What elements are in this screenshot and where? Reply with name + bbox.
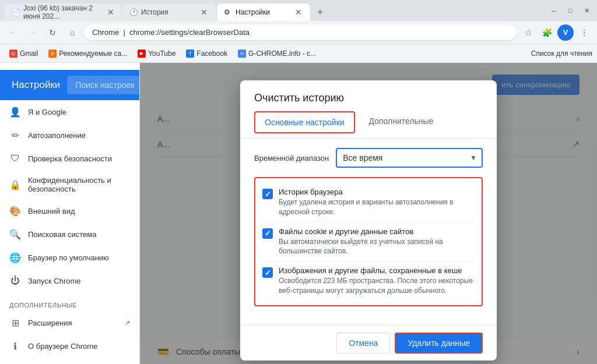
checkbox-history-input[interactable]: ✓ — [262, 189, 273, 199]
power-icon: ⏻ — [9, 275, 21, 287]
title-bar: 📄 Joxi (96 kb) закачан 2 июня 202... ✕ 🕐… — [0, 0, 597, 21]
extensions-sidebar-icon: ⊞ — [9, 317, 21, 328]
sidebar-label-search: Поисковая система — [28, 230, 97, 239]
tab-settings[interactable]: ⚙ Настройки ✕ — [217, 3, 310, 21]
minimize-button[interactable]: – — [548, 5, 560, 16]
menu-icon[interactable]: ⋮ — [576, 24, 592, 41]
section-extra: Дополнительные — [0, 292, 139, 311]
address-bar: ← → ↻ ⌂ ☆ 🧩 V ⋮ — [0, 21, 597, 44]
back-button[interactable]: ← — [5, 24, 21, 41]
checkbox-cache-title: Изображения и другие файлы, сохраненные … — [279, 266, 475, 275]
info-icon: ℹ — [9, 340, 21, 352]
clear-history-dialog: Очистить историю Основные настройки Допо… — [240, 80, 497, 361]
forward-button[interactable]: → — [24, 24, 41, 41]
bookmark-youtube-label: YouTube — [148, 50, 175, 58]
tabs-container: 📄 Joxi (96 kb) закачан 2 июня 202... ✕ 🕐… — [5, 0, 541, 21]
checkbox-history: ✓ История браузера Будет удалена история… — [262, 183, 475, 222]
sidebar-label-appearance: Внешний вид — [28, 207, 75, 215]
bookmark-facebook[interactable]: f Facebook — [181, 47, 232, 60]
tab-advanced[interactable]: Дополнительные — [360, 111, 443, 138]
checkbox-cache-input[interactable]: ✓ — [262, 267, 273, 278]
address-input[interactable] — [84, 24, 517, 40]
sidebar-item-privacy[interactable]: 🔒 Конфиденциальность и безопасность — [0, 170, 139, 199]
bookmark-star-icon[interactable]: ☆ — [520, 24, 536, 41]
bookmark-gmail[interactable]: G Gmail — [5, 47, 43, 60]
checkmark-cookies: ✓ — [265, 229, 271, 238]
shield-icon: 🛡 — [9, 153, 21, 164]
time-range-label: Временной диапазон — [254, 154, 329, 162]
bookmark-rec-label: Рекомендуемые са... — [59, 50, 127, 58]
person-icon: 👤 — [9, 106, 21, 118]
checkbox-history-text: История браузера Будет удалена история и… — [279, 188, 475, 217]
sidebar-item-extensions[interactable]: ⊞ Расширения ↗ — [0, 311, 139, 334]
window-controls: – □ ✕ — [548, 5, 592, 16]
tab-close-history[interactable]: ✕ — [199, 8, 209, 17]
tab-icon-joxi: 📄 — [12, 8, 20, 16]
bookmark-youtube[interactable]: ▶ YouTube — [133, 47, 180, 60]
rec-favicon: b — [48, 50, 57, 58]
sidebar-item-about[interactable]: ℹ О браузере Chrome — [0, 334, 139, 358]
extensions-icon[interactable]: 🧩 — [539, 24, 555, 41]
delete-button[interactable]: Удалить данные — [395, 333, 483, 354]
sidebar-item-me-google[interactable]: 👤 Я и Google — [0, 100, 139, 123]
bookmark-gchrome[interactable]: G G-CHROME.info - с... — [233, 47, 321, 60]
tab-icon-settings: ⚙ — [224, 8, 232, 16]
facebook-favicon: f — [186, 50, 194, 58]
tab-joxi[interactable]: 📄 Joxi (96 kb) закачан 2 июня 202... ✕ — [5, 3, 121, 21]
tab-label-history: История — [141, 8, 168, 16]
bookmarks-bar: G Gmail b Рекомендуемые са... ▶ YouTube … — [0, 44, 597, 63]
checkmark-cache: ✓ — [265, 268, 271, 277]
search-icon: 🔍 — [9, 228, 21, 240]
sidebar-item-startup[interactable]: ⏻ Запуск Chrome — [0, 269, 139, 292]
sidebar-label-me-google: Я и Google — [28, 108, 66, 116]
lock-icon: 🔒 — [9, 179, 21, 190]
gchrome-favicon: G — [238, 50, 246, 58]
bookmark-gmail-label: Gmail — [20, 50, 38, 58]
cancel-button[interactable]: Отмена — [336, 333, 390, 354]
sidebar-label-privacy: Конфиденциальность и безопасность — [28, 176, 130, 193]
reading-list[interactable]: Список для чтения — [531, 50, 592, 58]
checkbox-cookies: ✓ Файлы cookie и другие данные сайтов Вы… — [262, 222, 475, 261]
settings-sidebar: Настройки 👤 Я и Google ✏ Автозаполнение … — [0, 63, 140, 364]
sidebar-item-search[interactable]: 🔍 Поисковая система — [0, 222, 139, 246]
home-button[interactable]: ⌂ — [64, 24, 80, 41]
reload-button[interactable]: ↻ — [44, 24, 61, 41]
tab-basic[interactable]: Основные настройки — [254, 111, 355, 133]
sidebar-label-autofill: Автозаполнение — [28, 131, 86, 140]
sidebar-item-default-browser[interactable]: 🌐 Браузер по умолчанию — [0, 246, 139, 269]
sidebar-item-security-check[interactable]: 🛡 Проверка безопасности — [0, 147, 139, 170]
palette-icon: 🎨 — [9, 205, 21, 217]
bookmark-rec[interactable]: b Рекомендуемые са... — [44, 47, 132, 60]
tab-close-joxi[interactable]: ✕ — [107, 8, 114, 17]
sidebar-item-autofill[interactable]: ✏ Автозаполнение — [0, 123, 139, 147]
settings-search-input[interactable] — [67, 76, 140, 94]
add-tab-button[interactable]: + — [311, 3, 329, 21]
tab-history[interactable]: 🕐 История ✕ — [122, 3, 216, 21]
profile-icon[interactable]: V — [557, 24, 574, 41]
checkbox-cookies-input[interactable]: ✓ — [262, 228, 273, 239]
sidebar-label-default-browser: Браузер по умолчанию — [28, 253, 109, 262]
bookmark-gchrome-label: G-CHROME.info - с... — [248, 50, 316, 58]
settings-header: Настройки — [0, 70, 139, 100]
sidebar-label-security-check: Проверка безопасности — [28, 154, 112, 163]
checkbox-history-desc: Будет удалена история и варианты автозап… — [279, 197, 475, 217]
edit-icon: ✏ — [9, 129, 21, 141]
checkbox-cookies-title: Файлы cookie и другие данные сайтов — [279, 227, 475, 236]
sidebar-item-appearance[interactable]: 🎨 Внешний вид — [0, 199, 139, 222]
page-area: ить синхронизацию А... › А... ↗ Очистить… — [140, 63, 597, 364]
checkbox-history-title: История браузера — [279, 188, 475, 196]
checkboxes-section: ✓ История браузера Будет удалена история… — [254, 177, 483, 306]
checkbox-cache: ✓ Изображения и другие файлы, сохраненны… — [262, 261, 475, 301]
time-range-select[interactable]: Последний час Последние 24 часа Последни… — [337, 149, 482, 167]
checkmark-history: ✓ — [265, 190, 271, 199]
close-button[interactable]: ✕ — [581, 5, 592, 16]
tab-close-settings[interactable]: ✕ — [294, 8, 303, 17]
youtube-favicon: ▶ — [138, 50, 146, 58]
checkbox-cache-text: Изображения и другие файлы, сохраненные … — [279, 266, 475, 296]
dialog-title: Очистить историю — [240, 80, 497, 111]
bookmark-facebook-label: Facebook — [196, 50, 227, 58]
settings-title: Настройки — [12, 79, 60, 91]
reading-list-label: Список для чтения — [531, 50, 592, 58]
checkbox-cache-desc: Освободится 223 МБ пространства. После э… — [279, 276, 475, 296]
maximize-button[interactable]: □ — [564, 5, 576, 16]
